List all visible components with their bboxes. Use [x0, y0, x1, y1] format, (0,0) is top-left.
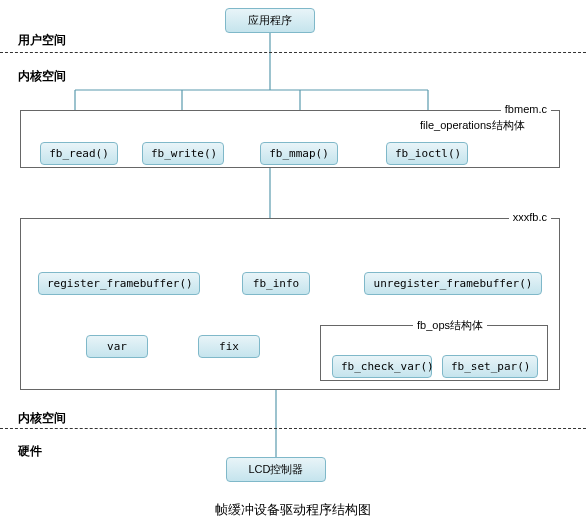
node-fb-check-var: fb_check_var() [332, 355, 432, 378]
node-fb-info: fb_info [242, 272, 310, 295]
node-fb-set-par: fb_set_par() [442, 355, 538, 378]
caption: 帧缓冲设备驱动程序结构图 [0, 501, 586, 519]
label-xxxfb-file: xxxfb.c [509, 211, 551, 223]
label-file-ops-struct: file_operations结构体 [420, 118, 525, 133]
label-user-space: 用户空间 [18, 32, 66, 49]
node-fb-ioctl: fb_ioctl() [386, 142, 468, 165]
node-app: 应用程序 [225, 8, 315, 33]
node-fix: fix [198, 335, 260, 358]
node-fb-write: fb_write() [142, 142, 224, 165]
divider-1 [0, 52, 586, 53]
node-fb-read: fb_read() [40, 142, 118, 165]
label-hardware: 硬件 [18, 443, 42, 460]
divider-2 [0, 428, 586, 429]
node-fb-mmap: fb_mmap() [260, 142, 338, 165]
node-register-framebuffer: register_framebuffer() [38, 272, 200, 295]
label-fbmem-file: fbmem.c [501, 103, 551, 115]
node-lcd-controller: LCD控制器 [226, 457, 326, 482]
node-var: var [86, 335, 148, 358]
node-unregister-framebuffer: unregister_framebuffer() [364, 272, 542, 295]
label-fb-ops-struct: fb_ops结构体 [413, 318, 487, 333]
label-kernel-space-2: 内核空间 [18, 410, 66, 427]
label-kernel-space: 内核空间 [18, 68, 66, 85]
